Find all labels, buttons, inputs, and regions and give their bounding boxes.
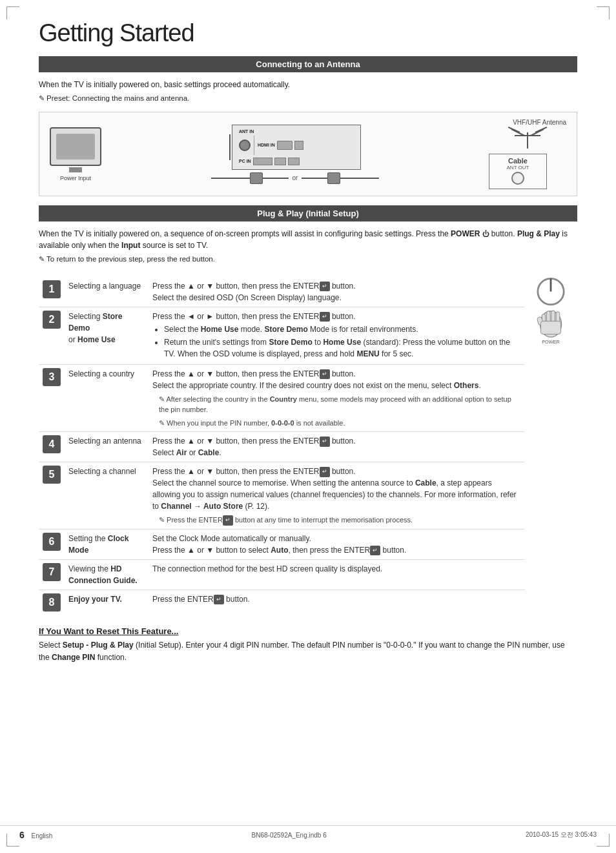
step-content: Set the Clock Mode automatically or manu… — [149, 529, 525, 559]
ant-in-label: ANT IN — [239, 129, 354, 134]
table-row: 4Selecting an antennaPress the ▲ or ▼ bu… — [39, 432, 525, 462]
tv-shape — [50, 127, 101, 166]
reset-text-3: function. — [98, 653, 127, 662]
power-input-label: Power Input — [60, 175, 91, 181]
svg-text:POWER: POWER — [542, 339, 560, 345]
step-label: Selecting a channel — [65, 462, 149, 529]
reset-section: If You Want to Reset This Feature... Sel… — [39, 626, 577, 664]
hdmi-in-label: HDMI IN — [258, 143, 275, 147]
step-content: The connection method for the best HD sc… — [149, 559, 525, 590]
antenna-diagram: Power Input ANT IN HDMI IN PC IN — [39, 112, 577, 196]
cable-label: Cable — [495, 157, 541, 165]
step-label: Setting the ClockMode — [65, 529, 149, 559]
diagram-center: ANT IN HDMI IN PC IN — [108, 125, 482, 184]
hdmi-port — [277, 141, 293, 150]
step-number-cell: 2 — [39, 307, 65, 364]
steps-power-container: 1Selecting a languagePress the ▲ or ▼ bu… — [39, 271, 577, 615]
step-number-cell: 6 — [39, 529, 65, 559]
page: Getting Started Connecting to an Antenna… — [0, 0, 616, 853]
svg-line-5 — [535, 127, 547, 132]
step-number: 5 — [43, 466, 61, 484]
table-row: 3Selecting a countryPress the ▲ or ▼ but… — [39, 364, 525, 432]
reset-text: Select Setup - Plug & Play (Initial Setu… — [39, 639, 577, 664]
step-content: Press the ▲ or ▼ button, then press the … — [149, 364, 525, 432]
step-content: Press the ▲ or ▼ button, then press the … — [149, 432, 525, 462]
footer-right-text: 2010-03-15 오전 3:05:43 — [526, 830, 597, 839]
intro-text-2: button. — [491, 229, 515, 238]
antenna-section-header: Connecting to an Antenna — [39, 56, 577, 72]
step-number-cell: 5 — [39, 462, 65, 529]
plug-play-note: To return to the previous step, press th… — [39, 254, 577, 265]
power-image-cell: POWER — [525, 271, 577, 347]
page-number: 6 — [19, 830, 25, 840]
antenna-intro: When the TV is initially powered on, bas… — [39, 79, 577, 90]
port1 — [294, 141, 303, 150]
port3 — [288, 158, 300, 165]
table-row: 6Setting the ClockModeSet the Clock Mode… — [39, 529, 525, 559]
footer-left-text: BN68-02592A_Eng.indb 6 — [252, 832, 327, 839]
intro-input: Input — [121, 241, 140, 250]
step-content: Press the ◄ or ► button, then press the … — [149, 307, 525, 364]
step-number: 2 — [43, 311, 61, 329]
step-label: Selecting an antenna — [65, 432, 149, 462]
step-number-cell: 4 — [39, 432, 65, 462]
step-label: Selecting a country — [65, 364, 149, 432]
page-title: Getting Started — [39, 19, 577, 47]
cable-section: Cable ANT OUT — [489, 154, 547, 189]
ant-port-circle — [239, 139, 251, 151]
port2 — [274, 158, 286, 165]
antenna-symbol — [508, 126, 547, 149]
table-row: 7Viewing the HDConnection Guide.The conn… — [39, 559, 525, 590]
tv-stand — [69, 167, 82, 172]
cable-box: Cable ANT OUT — [489, 154, 547, 189]
plug-play-section-header: Plug & Play (Initial Setup) — [39, 205, 577, 221]
ant-out-label: ANT OUT — [495, 165, 541, 170]
step-label: Selecting a language — [65, 277, 149, 307]
diagram-tv-left: Power Input — [50, 127, 101, 181]
table-row: 8Enjoy your TV.Press the ENTER↵ button. — [39, 590, 525, 615]
vhf-uhf-label: VHF/UHF Antenna — [489, 119, 566, 126]
step-number-cell: 7 — [39, 559, 65, 590]
step-number-cell: 1 — [39, 277, 65, 307]
table-row: 1Selecting a languagePress the ▲ or ▼ bu… — [39, 277, 525, 307]
antenna-note: Preset: Connecting the mains and antenna… — [39, 93, 577, 104]
table-row: 5Selecting a channelPress the ▲ or ▼ but… — [39, 462, 525, 529]
step-number-cell: 3 — [39, 364, 65, 432]
svg-line-4 — [508, 127, 520, 132]
footer-page-number: 6 English — [19, 830, 52, 840]
step-content: Press the ▲ or ▼ button, then press the … — [149, 277, 525, 307]
vhf-section: VHF/UHF Antenna — [489, 119, 566, 149]
cable-connector — [511, 172, 524, 185]
svg-rect-14 — [541, 321, 561, 334]
plug-play-intro: When the TV is initially powered on, a s… — [39, 228, 577, 251]
step-number: 3 — [43, 368, 61, 386]
steps-table: 1Selecting a languagePress the ▲ or ▼ bu… — [39, 277, 525, 615]
reset-bold-1: Setup - Plug & Play — [63, 641, 134, 650]
pc-port — [253, 158, 272, 165]
footer: 6 English BN68-02592A_Eng.indb 6 2010-03… — [0, 825, 616, 840]
intro-text-1: When the TV is initially powered on, a s… — [39, 229, 449, 238]
intro-plug: Plug & Play — [517, 229, 560, 238]
step-number: 7 — [43, 563, 61, 581]
corner-mark-tr — [597, 6, 610, 19]
power-symbol: ⏻ — [482, 230, 491, 238]
diagram-right: VHF/UHF Antenna Cable ANT OUT — [489, 119, 566, 189]
step-number: 1 — [43, 280, 61, 298]
step-label: Selecting Store Demoor Home Use — [65, 307, 149, 364]
step-label: Enjoy your TV. — [65, 590, 149, 615]
step-number-cell: 8 — [39, 590, 65, 615]
intro-power: POWER — [451, 229, 480, 238]
corner-mark-tl — [6, 6, 19, 19]
step-content: Press the ▲ or ▼ button, then press the … — [149, 462, 525, 529]
reset-title: If You Want to Reset This Feature... — [39, 626, 577, 636]
step-content: Press the ENTER↵ button. — [149, 590, 525, 615]
tv-screen — [56, 134, 95, 159]
table-row: 2Selecting Store Demoor Home UsePress th… — [39, 307, 525, 364]
pc-in-label: PC IN — [239, 159, 251, 163]
intro-text-4: source is set to TV. — [143, 241, 208, 250]
power-button-illustration: POWER — [528, 274, 573, 345]
step-number: 4 — [43, 435, 61, 453]
footer-language: English — [32, 832, 53, 839]
back-panel: ANT IN HDMI IN PC IN — [232, 125, 361, 170]
step-label: Viewing the HDConnection Guide. — [65, 559, 149, 590]
